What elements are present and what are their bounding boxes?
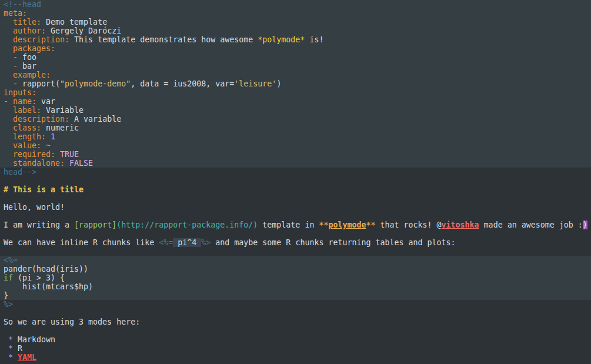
code-line: standalone: FALSE — [0, 159, 591, 168]
token-ichunk: pi^4 — [173, 238, 201, 247]
token-bool: FALSE — [69, 159, 93, 168]
token-bullet: * — [8, 335, 13, 344]
token-mention: vitoshka — [442, 221, 479, 229]
code-line: * Markdown — [0, 335, 591, 344]
code-line: So we are using 3 modes here: — [0, 318, 591, 326]
token-text — [4, 115, 13, 123]
code-line: hist(mtcars$hp) — [0, 282, 591, 291]
token-text: This template demonstrates how awesome — [69, 35, 258, 44]
token-text — [4, 353, 8, 362]
token-bullet: * — [8, 353, 13, 362]
code-line: example: — [0, 71, 591, 79]
token-text — [4, 79, 13, 88]
code-line: - foo — [0, 53, 591, 62]
token-text: R — [13, 344, 22, 353]
token-key: length: — [13, 132, 46, 141]
code-line: - rapport("polymode-demo", data = ius200… — [0, 79, 591, 88]
code-line: <!--head — [0, 0, 591, 9]
token-key: title: — [13, 18, 41, 26]
token-text: template in — [258, 221, 319, 229]
token-text — [4, 123, 13, 132]
token-text — [4, 150, 13, 159]
editor-buffer[interactable]: <!--headmeta: title: Demo template autho… — [0, 0, 591, 364]
token-key: value: — [13, 141, 41, 150]
code-line: Hello, world! — [0, 203, 591, 212]
code-line: inputs: — [0, 88, 591, 97]
token-text: Variable — [41, 106, 84, 115]
token-heading: # This is a title — [4, 185, 84, 194]
token-num: 1 — [51, 132, 55, 141]
token-text: , data = ius2008, var= — [131, 79, 234, 88]
token-text: that rocks! @ — [375, 221, 441, 229]
token-text: Hello, world! — [4, 203, 65, 212]
token-text — [4, 18, 13, 26]
code-line: author: Gergely Daróczi — [0, 26, 591, 35]
token-str: "polymode-demo" — [60, 79, 131, 88]
token-text: ) — [276, 79, 281, 88]
token-text: A variable — [69, 115, 121, 123]
code-line: value: ~ — [0, 141, 591, 150]
token-delim: <%= — [159, 238, 173, 247]
token-key: description: — [13, 115, 69, 123]
code-line — [0, 309, 591, 318]
token-emph: *polymode* — [258, 35, 305, 44]
token-bullet: * — [8, 344, 13, 353]
token-text: } — [4, 291, 8, 300]
token-text — [4, 71, 13, 79]
token-kw: if — [4, 273, 13, 282]
code-line — [0, 212, 591, 221]
token-text: Gergely Daróczi — [46, 26, 121, 35]
token-delim: <%= — [4, 256, 18, 265]
code-line: title: Demo template — [0, 18, 591, 26]
token-bmark: ** — [366, 221, 375, 229]
token-text — [4, 35, 13, 44]
token-blink: polymode — [328, 221, 366, 229]
text-cursor: ) — [583, 221, 587, 229]
token-text: is! — [305, 35, 323, 44]
code-line: if (pi > 3) { — [0, 273, 591, 282]
code-line: * YAML — [0, 353, 591, 362]
code-line: * R — [0, 344, 591, 353]
token-key: author: — [13, 26, 46, 35]
token-text — [65, 159, 69, 168]
token-green: [rapport] — [74, 221, 116, 229]
token-key: description: — [13, 35, 69, 44]
token-redlink: YAML — [18, 353, 36, 362]
token-text — [4, 106, 13, 115]
code-line — [0, 326, 591, 335]
token-bool: TRUE — [60, 150, 79, 159]
token-key: label: — [13, 106, 41, 115]
token-text: numeric — [41, 123, 79, 132]
code-line: pander(head(iris)) — [0, 265, 591, 273]
code-line: } — [0, 291, 591, 300]
code-line: class: numeric — [0, 123, 591, 132]
token-text — [4, 335, 8, 344]
code-line: label: Variable — [0, 106, 591, 115]
code-line — [0, 176, 591, 185]
token-text — [55, 150, 60, 159]
code-line: - name: var — [0, 97, 591, 106]
token-text: Markdown — [13, 335, 55, 344]
token-text: I am writing a — [4, 221, 74, 229]
token-text: (pi > 3) { — [13, 273, 65, 282]
token-text: foo — [18, 53, 36, 62]
code-line: packages: — [0, 44, 591, 53]
token-key: - name: — [4, 97, 36, 106]
token-key: meta: — [4, 9, 27, 18]
token-text — [4, 26, 13, 35]
token-text: hist(mtcars$hp) — [4, 282, 93, 291]
code-line — [0, 194, 591, 203]
code-line: description: This template demonstrates … — [0, 35, 591, 44]
token-text: So we are using 3 modes here: — [4, 318, 140, 326]
token-key: example: — [13, 71, 51, 79]
token-text: made an awesome job : — [479, 221, 583, 229]
code-line — [0, 229, 591, 238]
token-bmark: ** — [319, 221, 328, 229]
code-line: required: TRUE — [0, 150, 591, 159]
token-delim: %> — [201, 238, 211, 247]
code-line: - bar — [0, 62, 591, 71]
token-text — [4, 159, 13, 168]
token-url: (http://rapport-package.info/) — [116, 221, 258, 229]
token-text: and maybe some R chunks returning tables… — [211, 238, 455, 247]
token-text — [4, 62, 13, 71]
